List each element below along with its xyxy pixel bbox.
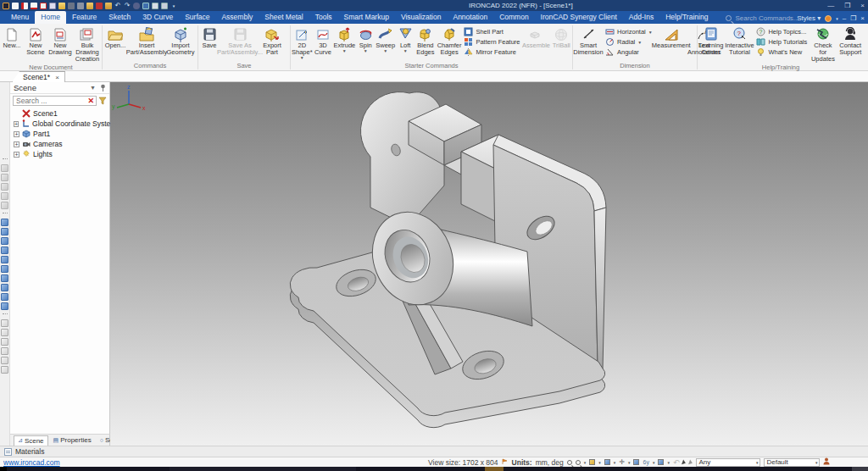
view-tool-icon[interactable] bbox=[1, 284, 8, 291]
view-tool-icon[interactable] bbox=[1, 247, 8, 254]
tree-item-gcs[interactable]: + Global Coordinate System bbox=[14, 119, 109, 129]
tab-surface[interactable]: Surface bbox=[179, 11, 215, 24]
expand-icon[interactable]: + bbox=[14, 121, 19, 127]
panel-icon-2[interactable] bbox=[161, 3, 168, 9]
export-part-button[interactable]: Export Part bbox=[259, 25, 285, 57]
view-tool-icon[interactable] bbox=[1, 274, 8, 282]
ironcad-website-link[interactable]: www.ironcad.com bbox=[3, 458, 60, 467]
bulk-drawing-creation-button[interactable]: Bulk Drawing Creation bbox=[73, 25, 102, 64]
select-cursor-icon[interactable] bbox=[682, 459, 687, 465]
filter-icon[interactable] bbox=[98, 93, 107, 108]
new-scene-icon[interactable] bbox=[21, 3, 28, 9]
measure-tool-icon[interactable] bbox=[1, 329, 8, 336]
panel-icon-1[interactable] bbox=[152, 3, 159, 9]
display-mode-glyph[interactable]: 6y bbox=[643, 459, 648, 465]
app-logo-icon[interactable] bbox=[3, 3, 9, 9]
chamfer-edges-button[interactable]: Chamfer Edges bbox=[437, 25, 463, 57]
notify-icon[interactable] bbox=[96, 3, 103, 9]
iso-view-icon[interactable] bbox=[604, 459, 610, 465]
styles-menu[interactable]: Styles ▾ bbox=[797, 14, 821, 22]
open-button[interactable]: Open... bbox=[103, 25, 128, 50]
view-tool-icon[interactable] bbox=[1, 256, 8, 263]
tab-sketch[interactable]: Sketch bbox=[103, 11, 136, 24]
restore-button[interactable]: ❒ bbox=[844, 2, 850, 9]
tab-annotation[interactable]: Annotation bbox=[447, 11, 493, 24]
tab-synergy-client[interactable]: IronCAD Synergy Client bbox=[535, 11, 623, 24]
scene-search-input[interactable] bbox=[14, 97, 73, 105]
tab-3d-curve[interactable]: 3D Curve bbox=[136, 11, 179, 24]
tab-menu[interactable]: Menu bbox=[5, 11, 35, 24]
tab-properties-panel[interactable]: ▤ Properties bbox=[50, 435, 95, 446]
zoom-icon[interactable] bbox=[567, 460, 572, 465]
open-icon[interactable] bbox=[58, 3, 65, 9]
close-button[interactable]: × bbox=[860, 2, 865, 9]
help-tutorials-button[interactable]: Help Tutorials bbox=[756, 37, 807, 47]
drawing-icon[interactable] bbox=[40, 3, 47, 9]
measure-tool-icon[interactable] bbox=[1, 366, 8, 374]
render-icon[interactable] bbox=[133, 3, 140, 9]
view-tool-icon[interactable] bbox=[1, 219, 8, 226]
qat-overflow-caret[interactable]: ▾ bbox=[170, 3, 177, 9]
save-as-icon[interactable] bbox=[77, 3, 84, 9]
part-model[interactable] bbox=[110, 82, 868, 446]
save-as-part-assembly-button[interactable]: Save As Part/Assembly... bbox=[220, 25, 259, 57]
tab-common[interactable]: Common bbox=[493, 11, 534, 24]
new-button[interactable]: New... bbox=[0, 25, 24, 50]
tab-feature[interactable]: Feature bbox=[66, 11, 103, 24]
measure-tool-icon[interactable] bbox=[1, 319, 8, 327]
tab-sheet-metal[interactable]: Sheet Metal bbox=[259, 11, 309, 24]
triball-button[interactable]: TriBall bbox=[551, 25, 572, 50]
viewport-3d[interactable]: z y x bbox=[110, 82, 868, 446]
view-tool-icon[interactable] bbox=[1, 265, 8, 273]
interactive-tutorial-button[interactable]: ? Interactive Tutorial bbox=[724, 25, 754, 57]
shaded-view-icon[interactable] bbox=[658, 459, 664, 465]
view-tool-icon[interactable] bbox=[1, 293, 8, 301]
snapshot-icon[interactable] bbox=[142, 3, 149, 9]
expand-icon[interactable]: + bbox=[14, 131, 19, 137]
help-topics-button[interactable]: ? Help Topics... bbox=[756, 27, 807, 36]
panel-dropdown-caret[interactable]: ▼ bbox=[90, 85, 96, 91]
ribbon-minimize-button[interactable]: – bbox=[843, 14, 846, 22]
camera-view-icon[interactable] bbox=[589, 459, 595, 465]
ribbon-options-caret[interactable]: ▾ bbox=[836, 16, 838, 21]
tab-assembly[interactable]: Assembly bbox=[215, 11, 259, 24]
measurement-button[interactable]: Measurement bbox=[654, 25, 688, 50]
tab-tools[interactable]: Tools bbox=[309, 11, 338, 24]
tab-scene-panel[interactable]: ⊿ Scene bbox=[14, 435, 48, 446]
mirror-feature-button[interactable]: Mirror Feature bbox=[464, 47, 520, 57]
view-tool-icon[interactable] bbox=[1, 228, 8, 236]
spin-button[interactable]: Spin▼ bbox=[356, 25, 375, 53]
angular-dimension-button[interactable]: Angular bbox=[605, 47, 653, 57]
tree-item-part1[interactable]: + Part1 bbox=[14, 129, 109, 139]
shape-tool-icon[interactable] bbox=[1, 164, 8, 172]
view-tool-icon[interactable] bbox=[1, 302, 8, 310]
materials-bar[interactable]: Materials bbox=[0, 446, 868, 457]
feedback-smiley-icon[interactable] bbox=[825, 15, 832, 22]
tab-help-training[interactable]: Help/Training bbox=[659, 11, 714, 24]
insert-part-assembly-button[interactable]: Insert Part/Assembly bbox=[128, 25, 165, 57]
new-scene-button[interactable]: New Scene bbox=[24, 25, 47, 57]
tab-home[interactable]: Home bbox=[35, 11, 66, 24]
check-for-updates-button[interactable]: Check for Updates bbox=[809, 25, 837, 64]
shell-part-button[interactable]: Shell Part bbox=[464, 27, 520, 36]
tree-item-scene1[interactable]: Scene1 bbox=[14, 108, 109, 119]
pattern-feature-button[interactable]: Pattern Feature bbox=[464, 37, 520, 47]
units-value[interactable]: mm, deg bbox=[536, 458, 564, 467]
new-document-icon[interactable] bbox=[12, 3, 19, 9]
shape-tool-icon[interactable] bbox=[1, 202, 8, 209]
new-drawing-icon[interactable] bbox=[31, 3, 37, 9]
minimize-button[interactable]: — bbox=[827, 2, 834, 9]
3d-curve-button[interactable]: 3D Curve bbox=[314, 25, 333, 57]
configuration-dropdown[interactable]: Default▾ bbox=[764, 458, 820, 467]
tab-visualization[interactable]: Visualization bbox=[395, 11, 448, 24]
toolbar-grip[interactable] bbox=[3, 313, 8, 316]
pan-icon[interactable]: ✛ bbox=[619, 458, 625, 466]
shape-tool-icon[interactable] bbox=[1, 183, 8, 191]
style-brush-icon[interactable] bbox=[86, 3, 93, 9]
sweep-button[interactable]: Sweep▼ bbox=[375, 25, 396, 53]
view-undo-icon[interactable]: ↶ bbox=[673, 459, 680, 466]
tree-item-lights[interactable]: + Lights bbox=[14, 149, 109, 159]
tab-smart-markup[interactable]: Smart Markup bbox=[338, 11, 395, 24]
smart-dimension-button[interactable]: Smart Dimension bbox=[573, 25, 604, 57]
2d-shape-button[interactable]: 2D Shape*▼ bbox=[291, 25, 314, 60]
